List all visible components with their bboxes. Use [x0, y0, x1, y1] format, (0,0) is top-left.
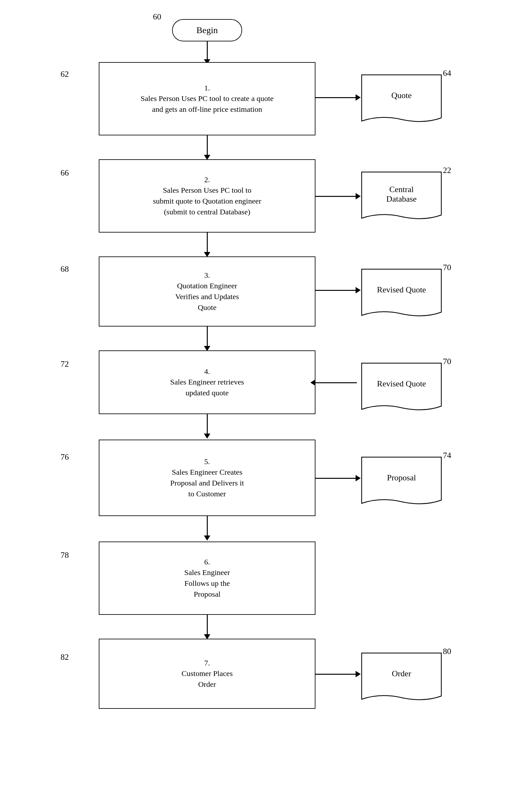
process-box-5: 5.Sales Engineer CreatesProposal and Del…: [99, 440, 315, 516]
label-70-bottom: 70: [443, 357, 451, 366]
process-box-7: 7.Customer PlacesOrder: [99, 639, 315, 709]
label-80: 80: [443, 647, 451, 656]
doc-quote-label: Quote: [360, 91, 443, 100]
arrow-box1-doc1: [315, 97, 357, 98]
label-78: 78: [60, 550, 69, 560]
doc-revised-quote-2-label: Revised Quote: [360, 379, 443, 389]
process-box-4: 4.Sales Engineer retrievesupdated quote: [99, 350, 315, 414]
arrow-box2-doc2: [315, 196, 357, 197]
arrowhead-box4-box5: [204, 434, 210, 439]
arrow-box6-box7: [207, 615, 208, 636]
begin-node: Begin: [172, 19, 242, 41]
arrowhead-box5-box6: [204, 535, 210, 541]
doc-proposal: Proposal: [360, 456, 443, 510]
arrow-box5-doc5: [315, 478, 357, 479]
doc-revised-quote-1-label: Revised Quote: [360, 285, 443, 295]
label-74: 74: [443, 451, 451, 460]
process-box-1-text: 1.Sales Person Uses PC tool to create a …: [141, 83, 274, 115]
process-box-4-text: 4.Sales Engineer retrievesupdated quote: [170, 366, 244, 399]
arrow-box7-doc7: [315, 674, 357, 675]
doc-revised-quote-1: Revised Quote: [360, 268, 443, 322]
label-64: 64: [443, 68, 451, 78]
process-box-3-text: 3.Quotation EngineerVerifies and Updates…: [175, 270, 239, 313]
arrowhead-doc4-box4: [310, 379, 315, 386]
doc-proposal-label: Proposal: [360, 473, 443, 483]
process-box-3: 3.Quotation EngineerVerifies and Updates…: [99, 256, 315, 326]
doc-order: Order: [360, 651, 443, 705]
label-70-top: 70: [443, 263, 451, 272]
arrow-box1-box2: [207, 135, 208, 156]
process-box-7-text: 7.Customer PlacesOrder: [181, 658, 233, 690]
arrow-begin-box1: [207, 41, 208, 60]
doc-revised-quote-2: Revised Quote: [360, 361, 443, 416]
arrow-box4-box5: [207, 414, 208, 435]
arrow-box2-box3: [207, 233, 208, 253]
arrow-box3-box4: [207, 326, 208, 347]
process-box-6-text: 6.Sales EngineerFollows up theProposal: [184, 557, 230, 600]
label-82: 82: [60, 652, 69, 662]
label-60: 60: [153, 12, 161, 22]
label-68: 68: [60, 264, 69, 274]
flowchart-diagram: 60 Begin 62 1.Sales Person Uses PC tool …: [0, 0, 513, 812]
process-box-1: 1.Sales Person Uses PC tool to create a …: [99, 62, 315, 135]
process-box-2-text: 2.Sales Person Uses PC tool tosubmit quo…: [153, 175, 261, 217]
arrow-box5-box6: [207, 516, 208, 537]
process-box-2: 2.Sales Person Uses PC tool tosubmit quo…: [99, 159, 315, 233]
doc-order-label: Order: [360, 669, 443, 678]
label-66: 66: [60, 168, 69, 178]
process-box-5-text: 5.Sales Engineer CreatesProposal and Del…: [170, 457, 244, 499]
label-72: 72: [60, 359, 69, 369]
arrow-box3-doc3: [315, 290, 357, 291]
arrow-doc4-box4: [315, 382, 357, 383]
label-22: 22: [443, 166, 451, 175]
label-62: 62: [60, 69, 69, 79]
process-box-6: 6.Sales EngineerFollows up theProposal: [99, 542, 315, 615]
begin-label: Begin: [197, 25, 218, 35]
doc-central-db: CentralDatabase: [360, 170, 443, 225]
label-76: 76: [60, 452, 69, 462]
doc-quote: Quote: [360, 73, 443, 127]
doc-central-db-label: CentralDatabase: [360, 185, 443, 204]
